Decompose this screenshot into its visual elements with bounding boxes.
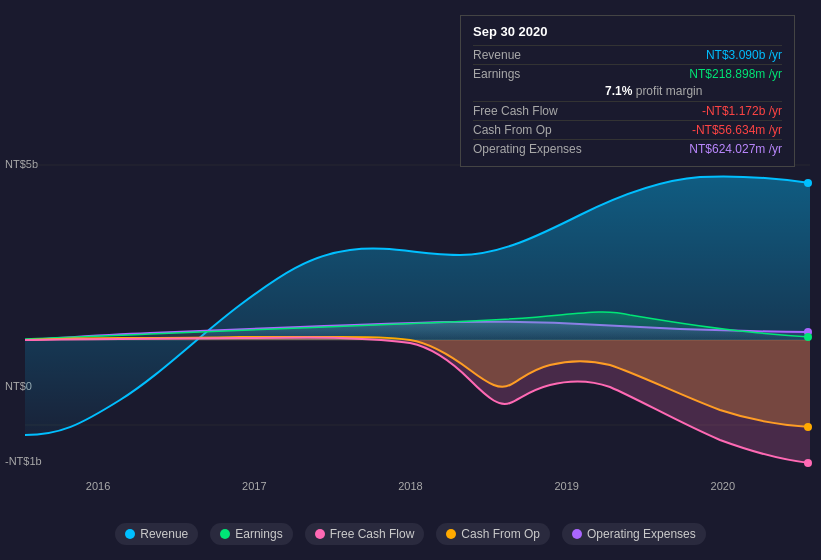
chart-container: NT$5b NT$0 -NT$1b Sep 30 2020 Revenue NT… [0,0,821,560]
chart-legend: Revenue Earnings Free Cash Flow Cash Fro… [0,523,821,545]
legend-cfo[interactable]: Cash From Op [436,523,550,545]
legend-revenue-label: Revenue [140,527,188,541]
cfo-row: Cash From Op -NT$56.634m /yr [473,120,782,139]
legend-cfo-label: Cash From Op [461,527,540,541]
x-label-2016: 2016 [86,480,110,492]
svg-point-3 [804,179,812,187]
opex-dot [572,529,582,539]
legend-earnings[interactable]: Earnings [210,523,292,545]
main-chart-svg [0,155,821,495]
cfo-value: -NT$56.634m /yr [603,123,782,137]
legend-earnings-label: Earnings [235,527,282,541]
svg-point-5 [804,333,812,341]
earnings-label: Earnings [473,67,603,81]
earnings-dot [220,529,230,539]
profit-margin-row: 7.1% profit margin [473,83,782,101]
svg-point-7 [804,459,812,467]
tooltip-box: Sep 30 2020 Revenue NT$3.090b /yr Earnin… [460,15,795,167]
legend-opex[interactable]: Operating Expenses [562,523,706,545]
earnings-row: Earnings NT$218.898m /yr [473,64,782,83]
cfo-label: Cash From Op [473,123,603,137]
legend-fcf-label: Free Cash Flow [330,527,415,541]
opex-value: NT$624.027m /yr [603,142,782,156]
opex-row: Operating Expenses NT$624.027m /yr [473,139,782,158]
x-label-2018: 2018 [398,480,422,492]
svg-point-6 [804,423,812,431]
tooltip-date: Sep 30 2020 [473,24,782,39]
fcf-value: -NT$1.172b /yr [603,104,782,118]
profit-margin-value: 7.1% [605,84,632,98]
cfo-dot [446,529,456,539]
fcf-row: Free Cash Flow -NT$1.172b /yr [473,101,782,120]
x-axis-labels: 2016 2017 2018 2019 2020 [0,480,821,492]
revenue-value: NT$3.090b /yr [603,48,782,62]
revenue-dot [125,529,135,539]
legend-revenue[interactable]: Revenue [115,523,198,545]
profit-margin-label: profit margin [636,84,703,98]
legend-opex-label: Operating Expenses [587,527,696,541]
fcf-dot [315,529,325,539]
x-label-2017: 2017 [242,480,266,492]
revenue-label: Revenue [473,48,603,62]
x-label-2019: 2019 [554,480,578,492]
fcf-label: Free Cash Flow [473,104,603,118]
opex-label: Operating Expenses [473,142,603,156]
revenue-row: Revenue NT$3.090b /yr [473,45,782,64]
legend-fcf[interactable]: Free Cash Flow [305,523,425,545]
x-label-2020: 2020 [711,480,735,492]
earnings-value: NT$218.898m /yr [603,67,782,81]
